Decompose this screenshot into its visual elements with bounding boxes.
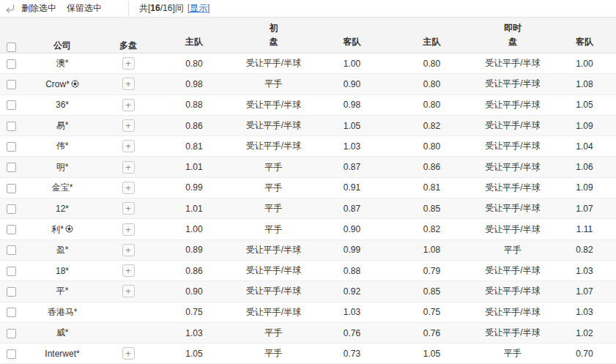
odds-cell-init-home: 0.90 [154, 281, 234, 302]
row-check-cell [0, 302, 22, 322]
company-label: 明* [56, 162, 69, 172]
odds-cell-live-home: 0.82 [391, 219, 472, 239]
row-checkbox[interactable] [7, 163, 16, 172]
company-label: 香港马* [48, 307, 78, 317]
odds-cell-live-home: 1.05 [391, 343, 472, 364]
odds-cell-init-away: 1.03 [313, 136, 391, 157]
handicap-cell-live: 受让平手/半球 [472, 177, 553, 198]
multi-cell [103, 302, 154, 322]
odds-cell-init-home: 0.88 [154, 94, 234, 115]
plus-icon: + [125, 266, 131, 275]
row-check-cell [0, 136, 22, 157]
expand-multi-button[interactable]: + [122, 244, 135, 256]
col-header-multi: 多盘 [103, 18, 154, 53]
handicap-cell-init: 受让平手/半球 [234, 302, 313, 322]
odds-cell-init-away: 1.03 [313, 302, 391, 322]
odds-cell-live-home: 0.85 [391, 281, 472, 302]
row-checkbox[interactable] [7, 245, 16, 255]
multi-cell: + [103, 136, 154, 157]
odds-cell-live-away: 1.02 [553, 322, 616, 343]
expand-multi-button[interactable]: + [122, 140, 135, 152]
company-cell: 香港马* [22, 302, 103, 322]
handicap-cell-live: 受让平手/半球 [472, 198, 553, 219]
expand-multi-button[interactable]: + [122, 182, 135, 194]
delete-selected-button[interactable]: 删除选中 [21, 2, 56, 15]
expand-multi-button[interactable]: + [122, 57, 135, 70]
col-header-init-handicap: 盘 [234, 35, 313, 53]
table-row: Crow* + 0.98 平手 0.90 0.80 受让平手/半球 1.08 [0, 74, 616, 94]
col-header-init-home: 主队 [154, 35, 234, 53]
company-cell: 威* [22, 322, 103, 343]
odds-cell-init-away: 0.99 [313, 239, 391, 260]
odds-cell-init-away: 1.05 [313, 115, 391, 135]
company-label: 威* [56, 327, 69, 338]
row-checkbox[interactable] [7, 349, 16, 359]
odds-cell-live-away: 1.03 [553, 302, 616, 322]
select-all-checkbox[interactable] [7, 42, 16, 52]
plus-icon: + [125, 245, 131, 255]
row-checkbox[interactable] [7, 142, 16, 152]
row-checkbox[interactable] [7, 329, 16, 338]
row-checkbox[interactable] [7, 122, 16, 131]
row-checkbox[interactable] [7, 80, 16, 89]
odds-cell-live-away: 1.09 [553, 177, 616, 198]
expand-multi-button[interactable]: + [122, 347, 135, 360]
company-label: Crow* [45, 79, 70, 89]
odds-cell-init-home: 0.80 [154, 53, 234, 74]
odds-cell-live-away: 1.07 [553, 281, 616, 302]
odds-table: 公司 多盘 初 即时 主队 盘 客队 主队 盘 客队 澳* + 0.80 受让平… [0, 17, 616, 364]
toolbar: 删除选中 保留选中 共[16/16]间 [显示] [0, 0, 616, 17]
handicap-cell-live: 受让平手/半球 [472, 157, 553, 177]
row-check-cell [0, 219, 22, 239]
expand-multi-button[interactable]: + [122, 119, 135, 132]
odds-cell-live-away: 1.09 [553, 115, 616, 135]
row-checkbox[interactable] [7, 184, 16, 193]
odds-cell-init-home: 0.81 [154, 136, 234, 157]
plus-icon: + [125, 141, 131, 151]
expand-multi-button[interactable]: + [122, 223, 135, 236]
plus-icon: + [125, 79, 131, 89]
company-cell: Interwet* [22, 343, 103, 364]
company-label: 易* [56, 120, 69, 130]
handicap-cell-live: 平手 [472, 239, 553, 260]
soccer-ball-icon [71, 80, 79, 88]
odds-cell-live-away: 1.06 [553, 157, 616, 177]
company-cell: 易* [22, 115, 103, 135]
expand-multi-button[interactable]: + [122, 285, 135, 297]
row-checkbox[interactable] [7, 308, 16, 317]
odds-cell-init-away: 0.87 [313, 157, 391, 177]
expand-multi-button[interactable]: + [122, 202, 135, 215]
odds-cell-init-home: 0.86 [154, 260, 234, 281]
odds-cell-init-away: 0.98 [313, 94, 391, 115]
row-checkbox[interactable] [7, 225, 16, 234]
show-link[interactable]: [显示] [188, 2, 210, 15]
company-count-summary: 共[16/16]间 [139, 2, 184, 15]
soccer-ball-icon [65, 225, 73, 233]
handicap-cell-live: 受让平手/半球 [472, 322, 553, 343]
table-row: Interwet* + 1.05 平手 0.73 1.05 平手 0.70 [0, 343, 616, 364]
row-checkbox[interactable] [7, 267, 16, 276]
row-checkbox[interactable] [7, 287, 16, 297]
table-row: 盈* + 0.89 受让平手/半球 0.99 1.08 平手 0.82 [0, 239, 616, 260]
company-cell: Crow* [22, 74, 103, 94]
multi-cell: + [103, 94, 154, 115]
row-check-cell [0, 53, 22, 74]
handicap-cell-init: 受让平手/半球 [234, 53, 313, 74]
expand-multi-button[interactable]: + [122, 99, 135, 111]
col-header-company: 公司 [22, 18, 103, 53]
odds-cell-live-away: 1.07 [553, 198, 616, 219]
company-label: 平* [56, 286, 69, 296]
handicap-cell-live: 受让平手/半球 [472, 219, 553, 239]
row-checkbox[interactable] [7, 204, 16, 214]
expand-multi-button[interactable]: + [122, 264, 135, 277]
expand-multi-button[interactable]: + [122, 161, 135, 174]
row-checkbox[interactable] [7, 59, 16, 69]
keep-selected-button[interactable]: 保留选中 [67, 2, 102, 15]
table-row: 利* + 1.00 平手 0.90 0.82 受让平手/半球 1.11 [0, 219, 616, 239]
handicap-cell-init: 平手 [234, 219, 313, 239]
handicap-cell-live: 受让平手/半球 [472, 281, 553, 302]
handicap-cell-init: 受让平手/半球 [234, 136, 313, 157]
expand-multi-button[interactable]: + [122, 78, 135, 90]
row-checkbox[interactable] [7, 100, 16, 110]
handicap-cell-init: 平手 [234, 74, 313, 94]
